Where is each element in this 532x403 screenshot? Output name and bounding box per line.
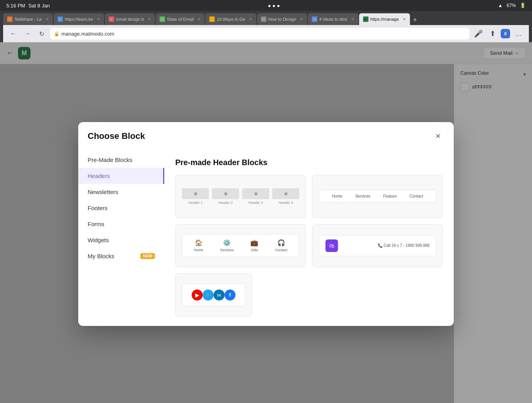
tab-keen[interactable]: k https://learn.ke ✕ — [54, 13, 104, 25]
tab-state-of-email[interactable]: S State of Email ✕ — [156, 13, 205, 25]
facebook-icon: f — [225, 290, 235, 300]
logo-char: 🛍 — [329, 243, 334, 249]
wifi-icon: ▲ — [498, 3, 503, 8]
sidebar-item-pre-made[interactable]: Pre-Made Blocks — [78, 152, 164, 168]
jobs-icon: 💼 — [250, 239, 258, 246]
app-background: ← M Send Mail → Canvas Color ▾ #FFFFFF C… — [0, 42, 532, 403]
tab-4ideas[interactable]: 4 4 Ideas to desi ✕ — [308, 13, 358, 25]
logo-call-block: 🛍 📞 Call 24 x 7 - 1800 999 888 — [319, 235, 436, 256]
sidebar-item-footers[interactable]: Footers — [78, 200, 164, 216]
tab-close-4ideas[interactable]: ✕ — [351, 17, 354, 22]
sidebar-item-headers[interactable]: Headers — [78, 168, 164, 184]
modal-title: Choose Block — [88, 131, 145, 141]
sidebar-item-headers-label: Headers — [88, 173, 110, 179]
tab-favicon-howto: H — [261, 16, 266, 22]
icon-nav-services-label: Services — [220, 248, 234, 252]
mic-button[interactable]: 🎤 — [473, 28, 484, 40]
thumb-rect-4: ◼ — [272, 188, 299, 199]
tab-label-state: State of Email — [167, 17, 194, 22]
icon-nav-contact-label: Contact — [275, 248, 287, 252]
reload-button[interactable]: ↻ — [36, 28, 47, 39]
tab-favicon-skillshare: S — [7, 16, 13, 22]
social-block: ▶ 🐦 in f — [182, 284, 245, 306]
sidebar-item-forms[interactable]: Forms — [78, 216, 164, 232]
tab-favicon-state: S — [160, 16, 165, 22]
browser-toolbar: ← → ↻ 🔒 manage.mailmodo.com 🎤 ⬆ 8 … — [3, 25, 529, 42]
thumb-icon-2: ◼ — [224, 191, 227, 196]
tab-close-state[interactable]: ✕ — [197, 17, 201, 22]
block-card-social[interactable]: ▶ 🐦 in f — [175, 273, 252, 317]
sidebar-item-my-blocks[interactable]: My Blocks NEW — [78, 248, 164, 264]
header-thumb-1: ◼ Header 1 — [182, 188, 209, 205]
sidebar-item-pre-made-label: Pre-Made Blocks — [88, 157, 132, 163]
header-thumb-4: ◼ Header 4 — [272, 188, 299, 205]
modal-close-button[interactable]: × — [432, 130, 444, 142]
tab-close-skillshare[interactable]: ✕ — [45, 17, 49, 22]
forward-button[interactable]: → — [22, 28, 33, 39]
thumb-icon-3: ◼ — [254, 191, 257, 196]
tabs-row: S Skillshare - Le ✕ k https://learn.ke ✕… — [3, 13, 529, 25]
toolbar-actions: 🎤 ⬆ 8 … — [473, 28, 524, 40]
address-bar[interactable]: 🔒 manage.mailmodo.com — [50, 28, 469, 40]
tab-close-keen[interactable]: ✕ — [97, 17, 100, 22]
tab-manage[interactable]: m https://manage ✕ — [359, 13, 410, 25]
modal-overlay: Choose Block × Pre-Made Blocks Headers N… — [0, 42, 532, 403]
tab-email-design[interactable]: e email design b ✕ — [105, 13, 155, 25]
icon-nav-contact: 🎧 Contact — [275, 239, 287, 252]
tab-favicon-10ways: 1 — [209, 16, 215, 22]
sidebar-item-newsletters-label: Newsletters — [88, 189, 118, 195]
contact-icon: 🎧 — [277, 239, 285, 246]
thumb-label-2: Header 2 — [218, 201, 233, 205]
profile-badge[interactable]: 8 — [501, 29, 510, 38]
share-button[interactable]: ⬆ — [487, 28, 498, 40]
tab-label-4ideas: 4 Ideas to desi — [319, 17, 347, 22]
block-grid: ◼ Header 1 ◼ Header 2 — [175, 175, 443, 317]
block-card-logo-call[interactable]: 🛍 📞 Call 24 x 7 - 1800 999 888 — [312, 224, 443, 267]
nav-item-feature: Feature — [383, 194, 397, 198]
nav-block: Home Services Feature Contact — [319, 190, 436, 203]
icon-nav-jobs-label: Jobs — [251, 248, 258, 252]
tab-close-email-design[interactable]: ✕ — [147, 17, 151, 22]
modal-dialog: Choose Block × Pre-Made Blocks Headers N… — [78, 122, 454, 326]
sidebar-item-widgets[interactable]: Widgets — [78, 232, 164, 248]
twitter-icon: 🐦 — [203, 290, 214, 300]
block-card-nav-text[interactable]: Home Services Feature Contact — [312, 175, 443, 218]
tab-label-email-design: email design b — [116, 17, 144, 22]
tab-10ways[interactable]: 1 10 Ways to Ge ✕ — [205, 13, 256, 25]
new-badge: NEW — [140, 253, 155, 259]
thumb-label-3: Header 3 — [248, 201, 263, 205]
tab-favicon-keen: k — [58, 16, 63, 22]
block-card-icon-nav[interactable]: 🏠 Home ⚙️ Services 💼 Jobs — [175, 224, 306, 267]
thumb-rect-3: ◼ — [242, 188, 269, 199]
header-thumb-3: ◼ Header 3 — [242, 188, 269, 205]
sidebar-item-newsletters[interactable]: Newsletters — [78, 184, 164, 200]
os-bar: 5:16 PM Sat 8 Jan ● ● ● ▲ 67% 🔋 — [0, 0, 532, 11]
logo-box: 🛍 — [325, 239, 338, 252]
lock-icon: 🔒 — [54, 31, 59, 36]
new-tab-button[interactable]: + — [411, 16, 420, 24]
battery-level: 67% — [507, 3, 516, 8]
home-icon: 🏠 — [195, 239, 203, 246]
tab-close-manage[interactable]: ✕ — [403, 17, 406, 22]
thumb-icon-1: ◼ — [194, 191, 197, 196]
os-bar-right: ▲ 67% 🔋 — [498, 3, 526, 8]
thumb-label-1: Header 1 — [188, 201, 203, 205]
block-card-multi-header[interactable]: ◼ Header 1 ◼ Header 2 — [175, 175, 306, 218]
tab-label-10ways: 10 Ways to Ge — [217, 17, 245, 22]
modal-content: Pre-made Header Blocks ◼ Header 1 — [164, 149, 454, 326]
tab-label-skillshare: Skillshare - Le — [14, 17, 42, 22]
icon-nav-home: 🏠 Home — [194, 239, 203, 252]
services-icon: ⚙️ — [223, 239, 231, 246]
linkedin-icon: in — [214, 290, 225, 300]
tab-howto[interactable]: H How to Design ✕ — [257, 13, 307, 25]
back-button[interactable]: ← — [8, 28, 19, 39]
more-button[interactable]: … — [512, 28, 524, 40]
tab-skillshare[interactable]: S Skillshare - Le ✕ — [3, 13, 53, 25]
sidebar-item-forms-label: Forms — [88, 221, 104, 227]
os-time: 5:16 PM — [6, 3, 25, 9]
tab-close-howto[interactable]: ✕ — [300, 17, 303, 22]
tab-close-10ways[interactable]: ✕ — [249, 17, 252, 22]
icon-nav-block: 🏠 Home ⚙️ Services 💼 Jobs — [182, 234, 299, 257]
browser-chrome: S Skillshare - Le ✕ k https://learn.ke ✕… — [0, 11, 532, 42]
thumb-icon-4: ◼ — [284, 191, 288, 196]
